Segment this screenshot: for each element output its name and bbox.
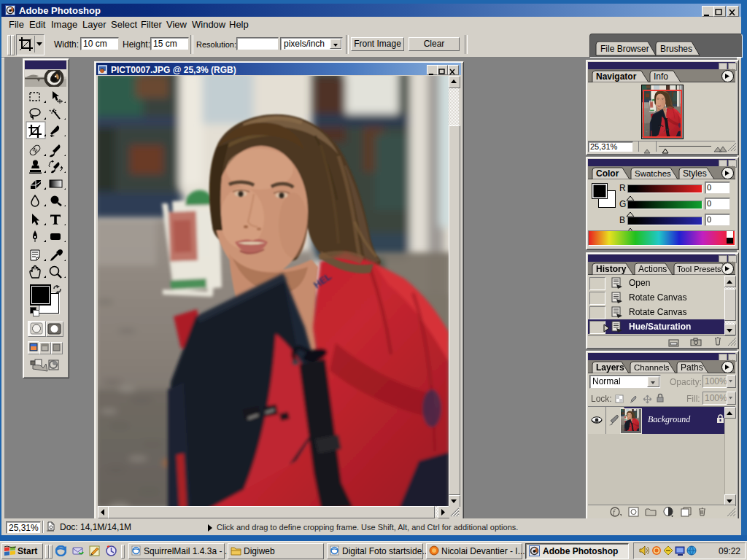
svg-text:f: f bbox=[613, 508, 616, 516]
